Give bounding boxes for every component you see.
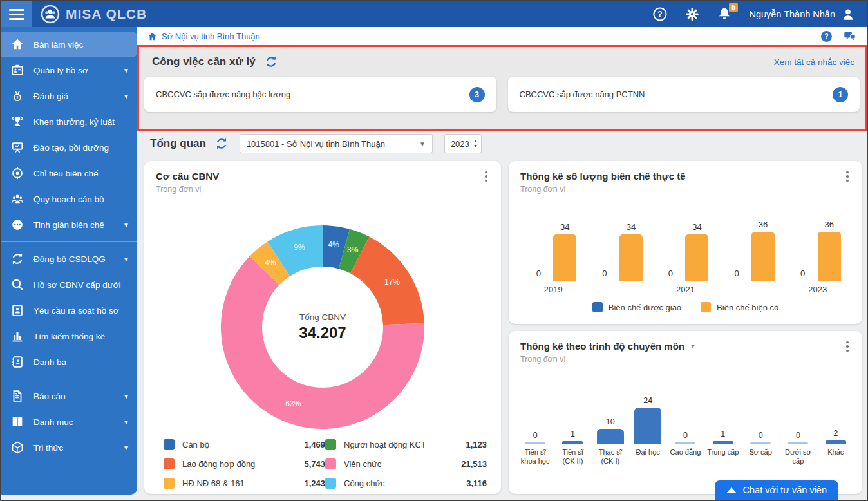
headcount-chart-card: Thống kê số lượng biên chế thực tế Trong… [509,161,862,324]
search-icon [10,278,24,292]
sidebar-item[interactable]: Bàn làm việc [1,32,137,57]
overview-title: Tổng quan [150,137,206,150]
sidebar-item[interactable]: Tinh giản biên chế▼ [1,212,137,238]
legend-value: 21,513 [428,459,487,469]
chevron-down-icon: ▼ [123,393,129,400]
chat-support-button[interactable]: Chat với tư vấn viên [715,480,838,500]
svg-text:4%: 4% [265,258,276,267]
bar: 0 [779,393,816,444]
hamburger-menu-icon[interactable] [1,1,32,27]
bar-value-label: 0 [668,269,673,278]
bar: 36 [751,220,775,281]
legend-item: Biên chế hiện có [701,302,778,312]
sidebar-item[interactable]: Quy hoạch cán bộ [1,186,137,212]
legend-color-box [325,439,336,450]
legend-item: Biên chế được giao [592,302,681,312]
x-axis-label: Dưới sơ cấp [779,448,816,466]
page-help-icon[interactable]: ? [820,30,833,43]
sidebar-item[interactable]: Danh mục▼ [1,409,137,435]
legend-value: 1,123 [428,440,487,449]
user-avatar-icon [841,7,855,21]
x-axis-label: Thạc sĩ (CK I) [592,448,629,466]
sidebar-item-label: Chỉ tiêu biên chế [33,169,129,178]
breadcrumb[interactable]: Sở Nội vụ tỉnh Bình Thuận [147,32,260,41]
bar-rect [826,440,846,444]
sidebar-item-label: Đồng bộ CSDLQG [33,254,114,264]
sidebar-divider [1,241,137,242]
kebab-menu-icon[interactable] [842,170,853,183]
bar-group: 036 [719,220,785,281]
bar-value-label: 1 [721,430,725,439]
bar-group: 034 [652,220,719,281]
bar: 0 [516,393,554,444]
notification-badge: 5 [729,3,738,12]
donut-legend: Cán bộ1,469Người hoạt động KCT1,123Lao đ… [164,439,487,489]
sidebar-item[interactable]: Đào tạo, bồi dưỡng [1,135,137,160]
headcount-x-axis-labels: 201920212023 [520,285,851,294]
bar-value-label: 0 [759,431,763,440]
legend-label: Người hoạt động KCT [344,440,426,449]
settings-gear-icon[interactable] [684,6,700,22]
bar-rect [597,429,624,444]
kebab-menu-icon[interactable] [480,170,492,183]
sidebar-item[interactable]: Chỉ tiêu biên chế [1,160,137,186]
trophy-icon [10,115,24,129]
legend-item: Người hoạt động KCT [325,439,428,450]
donut-card-subtitle: Trong đơn vị [156,185,489,194]
sidebar-item[interactable]: Quản lý hồ sơ▼ [1,57,137,83]
sidebar-item[interactable]: Đồng bộ CSDLQG▼ [1,246,137,272]
bar-rect [788,442,808,444]
bar: 34 [619,220,643,281]
svg-text:9%: 9% [294,243,305,252]
overview-refresh-icon[interactable] [214,136,229,151]
sidebar-item[interactable]: 1Đánh giá▼ [1,83,137,109]
bar-rect [750,442,771,444]
feedback-chat-icon[interactable] [843,30,856,43]
task-card[interactable]: CBCCVC sắp được nâng bậc lương3 [144,77,496,112]
sidebar-item[interactable]: Khen thưởng, kỷ luật [1,109,137,135]
sidebar-item-label: Tìm kiếm thống kê [33,332,129,341]
view-all-reminders-link[interactable]: Xem tất cả nhắc việc [774,57,854,67]
unit-select[interactable]: 1015801 - Sở Nội vụ tỉnh Bình Thuận ▼ [240,134,433,153]
bar-value-label: 34 [627,222,636,232]
sidebar-item[interactable]: Báo cáo▼ [1,383,137,409]
tasks-refresh-icon[interactable] [263,54,279,70]
chevron-up-icon [726,487,737,493]
task-card[interactable]: CBCCVC sắp được nâng PCTNN1 [508,77,860,112]
sidebar-item[interactable]: Yêu cầu rà soát hồ sơ [1,298,137,323]
bar-value-label: 10 [606,417,615,426]
sidebar-item[interactable]: Tri thức▼ [1,435,137,460]
address-book-icon [10,355,24,369]
user-name: Nguyễn Thành Nhân [749,9,835,19]
sidebar-item[interactable]: Tìm kiếm thống kê [1,323,137,349]
headcount-bar-chart: 034034034036036 [520,220,851,281]
legend-label: Công chức [344,478,385,488]
x-axis-label: Sơ cấp [742,448,779,466]
x-axis-label: Cao đẳng [666,448,704,466]
user-menu[interactable]: Nguyễn Thành Nhân [749,7,855,21]
task-card-list: CBCCVC sắp được nâng bậc lương3CBCCVC sắ… [139,70,865,112]
headcount-card-subtitle: Trong đơn vị [520,185,851,194]
staff-structure-card: Cơ cấu CBNV Trong đơn vị 4%3%17%63%4%9% … [144,161,501,494]
bar: 0 [662,220,679,281]
bar-value-label: 0 [602,269,607,278]
notifications-bell-icon[interactable]: 5 [717,6,732,22]
year-spinner[interactable]: 2023 ▲▼ [444,134,482,153]
sidebar-item-label: Yêu cầu rà soát hồ sơ [33,306,129,316]
bar-chart-icon [10,329,24,343]
bar-value-label: 2 [833,429,838,438]
kebab-menu-icon[interactable] [842,340,853,353]
report-icon [10,389,24,403]
x-axis-label: Tiến sĩ (CK II) [554,448,591,466]
x-axis-label: Tiến sĩ khoa học [516,448,554,466]
help-icon[interactable]: ? [652,6,668,22]
title-dropdown-icon[interactable]: ▼ [690,343,696,350]
bar: 0 [742,393,779,444]
year-spinner-arrows[interactable]: ▲▼ [473,139,478,148]
legend-label: Viên chức [344,459,381,469]
sidebar-item[interactable]: Hồ sơ CBNV cấp dưới [1,272,137,298]
sidebar-item[interactable]: Danh bạ [1,349,137,375]
bar-rect [634,408,661,444]
legend-label: Biên chế hiện có [717,303,778,312]
legend-item: Công chức [325,478,428,489]
